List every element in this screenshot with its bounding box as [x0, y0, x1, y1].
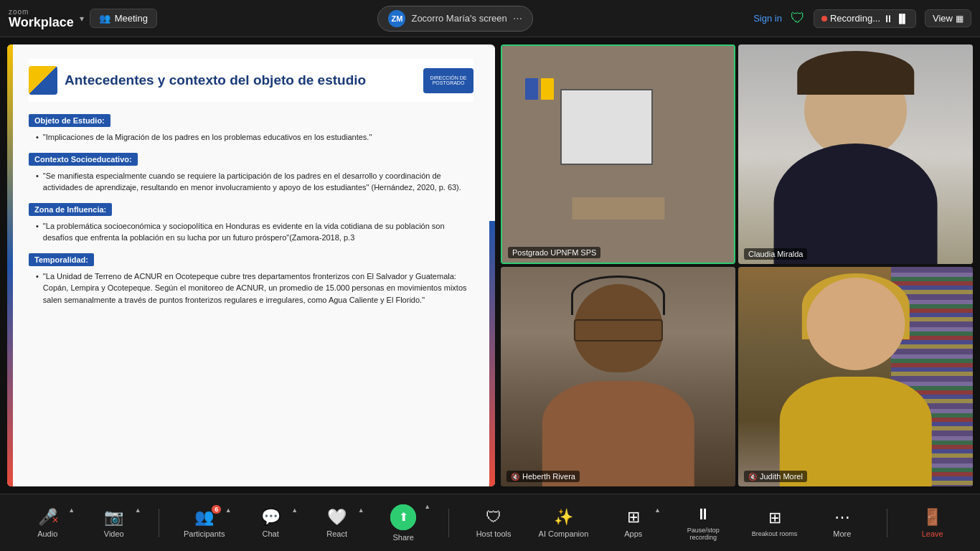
video-control[interactable]: 📷 ▲ Video: [93, 508, 136, 538]
share-chevron-icon[interactable]: ▲: [424, 503, 430, 510]
bullet-2: "Se manifiesta especialmente cuando se r…: [36, 170, 473, 194]
ai-companion-label: AI Companion: [539, 529, 589, 538]
bullet-3: "La problemática socioeconómica y sociop…: [36, 220, 473, 244]
participant-label-4: Judith Morel: [760, 472, 803, 481]
apps-label: Apps: [624, 529, 642, 538]
react-control[interactable]: 🤍 ▲ React: [316, 508, 359, 538]
participant-name-2: Claudia Miralda: [744, 248, 807, 260]
main-content: Antecedentes y contexto del objeto de es…: [0, 37, 980, 494]
video-chevron-icon[interactable]: ▲: [135, 507, 141, 514]
view-grid-icon: ▦: [956, 14, 963, 24]
apps-icon: ⊞: [627, 508, 640, 527]
pause-recording-control[interactable]: ⏸ Pause/stop recording: [678, 505, 728, 541]
slide-icon: [29, 66, 57, 95]
video-tile-judith: 🔇 Judith Morel: [738, 267, 973, 486]
participants-chevron-icon[interactable]: ▲: [225, 507, 232, 514]
host-tools-control[interactable]: 🛡 Host tools: [472, 508, 515, 538]
recording-dot: [821, 16, 827, 22]
classroom-screen: [560, 89, 653, 165]
zoom-text: zoom: [9, 9, 74, 16]
video-frame-heberth: [501, 267, 735, 486]
participants-control[interactable]: 👥 6 ▲ Participants: [183, 508, 226, 538]
more-icon: ⋯: [834, 508, 850, 527]
video-tile-heberth: 🔇 Heberth Rivera: [501, 267, 735, 486]
screen-share-indicator[interactable]: ZM Zocorro María's screen ⋯: [377, 6, 532, 32]
more-label: More: [833, 529, 851, 538]
pause-recording-icon: ⏸: [695, 505, 711, 524]
leave-control[interactable]: 🚪 Leave: [911, 508, 954, 538]
recording-button[interactable]: Recording... ⏸ ▐▌: [814, 9, 916, 28]
view-button[interactable]: View ▦: [925, 9, 971, 27]
chat-control[interactable]: 💬 ▲ Chat: [249, 508, 292, 538]
pause-recording-label: Pause/stop recording: [678, 527, 728, 541]
chevron-down-icon[interactable]: ▾: [80, 14, 84, 24]
recording-label: Recording...: [830, 13, 880, 24]
share-icon: ⬆: [390, 504, 416, 530]
section-label-3: Zona de Influencia:: [29, 203, 112, 216]
breakout-icon: ⊞: [768, 509, 781, 527]
apps-chevron-icon[interactable]: ▲: [654, 507, 661, 514]
react-chevron-icon[interactable]: ▲: [358, 507, 364, 514]
flag-yellow: [541, 78, 554, 100]
participant-name-1: Postgrado UPNFM SPS: [508, 247, 600, 258]
bullet-4: "La Unidad de Terreno de ACNUR en Ocotep…: [36, 270, 473, 306]
host-tools-label: Host tools: [476, 529, 512, 538]
screen-share-label: Zocorro María's screen: [411, 13, 507, 24]
mute-icon-4: 🔇: [748, 473, 757, 481]
slide-section-4: Temporalidad: "La Unidad de Terreno de A…: [29, 253, 473, 306]
divider-1: [159, 509, 159, 537]
more-options-icon[interactable]: ⋯: [513, 13, 522, 24]
section-text-3: "La problemática socioeconómica y sociop…: [29, 220, 473, 244]
workplace-text: Workplace: [9, 16, 74, 29]
host-tools-icon: 🛡: [486, 508, 501, 527]
participants-label: Participants: [184, 529, 225, 538]
participant-label-2: Claudia Miralda: [748, 250, 803, 258]
meeting-label: Meeting: [115, 13, 148, 24]
sign-in-button[interactable]: Sign in: [753, 13, 782, 24]
slide-logo: DIRECCIÓN DE POSTGRADO: [423, 68, 473, 93]
claudia-hair: [797, 51, 915, 95]
people-icon: 👥: [99, 13, 110, 24]
chat-label: Chat: [263, 529, 279, 538]
top-bar: zoom Workplace ▾ 👥 Meeting ZM Zocorro Ma…: [0, 0, 980, 37]
presentation-area: Antecedentes y contexto del objeto de es…: [7, 44, 495, 486]
participant-name-3: 🔇 Heberth Rivera: [507, 471, 580, 482]
ai-companion-icon: ✨: [554, 508, 573, 527]
audio-chevron-icon[interactable]: ▲: [68, 507, 75, 514]
right-accent: [489, 221, 495, 486]
breakout-control[interactable]: ⊞ Breakout rooms: [752, 509, 798, 537]
participant-label-3: Heberth Rivera: [522, 472, 575, 481]
meeting-button[interactable]: 👥 Meeting: [90, 9, 157, 28]
logo-text: DIRECCIÓN DE POSTGRADO: [425, 75, 472, 85]
divider-3: [887, 509, 887, 537]
leave-label: Leave: [922, 529, 943, 538]
section-label-2: Contexto Socioeducativo:: [29, 153, 138, 166]
heberth-glasses: [573, 319, 662, 342]
bullet-1: "Implicaciones de la Migración de los pa…: [36, 131, 473, 143]
audio-control[interactable]: 🎤✕ ▲ Audio: [26, 508, 69, 538]
slide-section-3: Zona de Influencia: "La problemática soc…: [29, 202, 473, 244]
chat-chevron-icon[interactable]: ▲: [291, 507, 298, 514]
more-control[interactable]: ⋯ More: [821, 508, 864, 538]
video-tile-classroom: Postgrado UPNFM SPS: [501, 44, 735, 264]
left-accent: [7, 44, 13, 486]
zm-badge: ZM: [388, 10, 405, 27]
react-icon: 🤍: [327, 508, 347, 527]
video-frame-claudia: [738, 44, 973, 264]
section-label-4: Temporalidad:: [29, 253, 94, 266]
recording-bars-icon: ▐▌: [896, 14, 908, 24]
video-tile-claudia: Claudia Miralda: [738, 44, 973, 264]
participants-icon: 👥 6: [194, 508, 214, 527]
pause-icon: ⏸: [883, 13, 893, 24]
view-label: View: [933, 13, 953, 24]
react-label: React: [326, 529, 347, 538]
judith-head: [806, 278, 905, 370]
slide-header: Antecedentes y contexto del objeto de es…: [29, 59, 473, 102]
slide-title: Antecedentes y contexto del objeto de es…: [65, 72, 366, 89]
ai-companion-control[interactable]: ✨ AI Companion: [539, 508, 589, 538]
share-control[interactable]: ⬆ ▲ Share: [382, 504, 425, 542]
participant-count-badge: 6: [212, 505, 221, 514]
apps-control[interactable]: ⊞ ▲ Apps: [612, 508, 655, 538]
section-text-4: "La Unidad de Terreno de ACNUR en Ocotep…: [29, 270, 473, 306]
divider-2: [448, 509, 449, 537]
